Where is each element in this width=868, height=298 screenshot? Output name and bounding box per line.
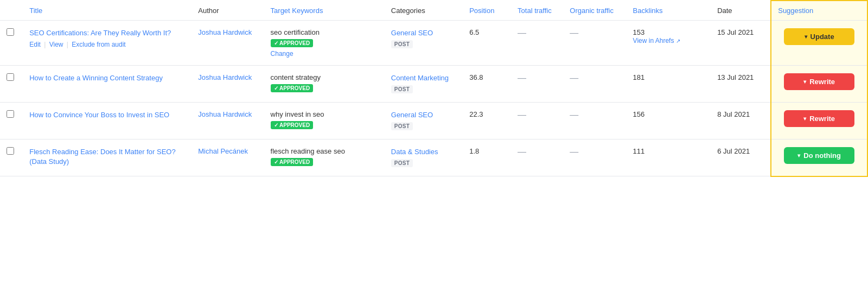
approved-badge: ✓ APPROVED: [271, 121, 314, 129]
title-link[interactable]: SEO Certifications: Are They Really Wort…: [29, 29, 171, 37]
date-header: Date: [711, 1, 771, 21]
backlinks-count: 156: [633, 110, 705, 118]
title-actions: Edit | View | Exclude from audit: [29, 40, 185, 49]
table-row: How to Create a Winning Content Strategy…: [0, 66, 867, 103]
external-link-icon: ↗: [676, 38, 680, 44]
suggestion-label: Rewrite: [809, 78, 835, 86]
title-link[interactable]: Flesch Reading Ease: Does It Matter for …: [29, 148, 176, 166]
category-link[interactable]: General SEO: [391, 111, 433, 119]
position-header[interactable]: Position: [463, 1, 511, 21]
category-link[interactable]: General SEO: [391, 29, 433, 37]
organic-traffic-value: —: [570, 28, 578, 37]
position-value: 6.5: [469, 28, 479, 36]
view-ahrefs-link[interactable]: View in Ahrefs ↗: [633, 37, 680, 45]
backlinks-count: 153: [633, 28, 705, 36]
total-traffic-value: —: [518, 147, 526, 156]
keyword-text: content strategy: [271, 73, 378, 81]
author-link[interactable]: Joshua Hardwick: [198, 28, 252, 36]
title-action-exclude-from-audit[interactable]: Exclude from audit: [72, 41, 125, 48]
suggestion-button[interactable]: ▾ Rewrite: [784, 73, 854, 90]
chevron-down-icon: ▾: [803, 79, 806, 85]
category-link[interactable]: Data & Studies: [391, 148, 438, 156]
author-header: Author: [192, 1, 264, 21]
row-checkbox[interactable]: [7, 110, 14, 118]
keyword-text: why invest in seo: [271, 110, 378, 118]
category-tag: POST: [391, 85, 413, 93]
keyword-text: seo certification: [271, 28, 378, 36]
total-traffic-value: —: [518, 73, 526, 83]
backlinks-count: 181: [633, 73, 705, 81]
total-traffic-value: —: [518, 110, 526, 119]
row-checkbox[interactable]: [7, 73, 14, 81]
category-tag: POST: [391, 122, 413, 130]
date-value: 8 Jul 2021: [717, 110, 750, 118]
approved-badge: ✓ APPROVED: [271, 84, 314, 92]
table-row: How to Convince Your Boss to Invest in S…: [0, 103, 867, 140]
chevron-down-icon: ▾: [797, 153, 800, 158]
chevron-down-icon: ▾: [803, 116, 806, 122]
categories-header: Categories: [385, 1, 463, 21]
suggestion-button[interactable]: ▾ Update: [784, 28, 854, 45]
title-action-edit[interactable]: Edit: [29, 41, 41, 48]
position-value: 22.3: [469, 110, 483, 118]
title-action-view[interactable]: View: [49, 41, 63, 48]
keywords-header[interactable]: Target Keywords: [264, 1, 385, 21]
change-link[interactable]: Change: [271, 50, 293, 58]
organic-traffic-value: —: [570, 110, 578, 119]
suggestion-label: Do nothing: [803, 151, 841, 160]
approved-badge: ✓ APPROVED: [271, 39, 314, 47]
date-value: 13 Jul 2021: [717, 73, 754, 81]
position-value: 1.8: [469, 147, 479, 155]
suggestion-label: Rewrite: [809, 115, 835, 123]
keyword-text: flesch reading ease seo: [271, 147, 378, 155]
table-row: Flesch Reading Ease: Does It Matter for …: [0, 140, 867, 176]
position-value: 36.8: [469, 73, 483, 81]
backlinks-header[interactable]: Backlinks: [627, 1, 711, 21]
row-checkbox[interactable]: [7, 28, 14, 36]
suggestion-label: Update: [810, 33, 834, 41]
row-checkbox[interactable]: [7, 147, 14, 155]
total-traffic-header[interactable]: Total traffic: [511, 1, 563, 21]
title-link[interactable]: How to Convince Your Boss to Invest in S…: [29, 111, 169, 119]
suggestion-button[interactable]: ▾ Rewrite: [784, 110, 854, 127]
total-traffic-value: —: [518, 28, 526, 37]
author-link[interactable]: Michal Pecánek: [198, 147, 248, 155]
suggestion-button[interactable]: ▾ Do nothing: [784, 147, 854, 164]
separator: |: [65, 41, 70, 48]
table-row: SEO Certifications: Are They Really Wort…: [0, 21, 867, 66]
approved-badge: ✓ APPROVED: [271, 158, 314, 166]
suggestion-header: Suggestion: [771, 1, 867, 21]
backlinks-count: 111: [633, 147, 705, 155]
organic-traffic-value: —: [570, 147, 578, 156]
title-link[interactable]: How to Create a Winning Content Strategy: [29, 74, 163, 82]
author-link[interactable]: Joshua Hardwick: [198, 110, 252, 118]
checkbox-header: [0, 1, 23, 21]
date-value: 15 Jul 2021: [717, 28, 754, 36]
organic-traffic-header[interactable]: Organic traffic: [563, 1, 626, 21]
category-tag: POST: [391, 40, 413, 48]
chevron-down-icon: ▾: [805, 34, 807, 40]
category-tag: POST: [391, 159, 413, 167]
author-link[interactable]: Joshua Hardwick: [198, 73, 252, 81]
organic-traffic-value: —: [570, 73, 578, 83]
date-value: 6 Jul 2021: [717, 147, 750, 155]
category-link[interactable]: Content Marketing: [391, 74, 449, 82]
title-header[interactable]: Title: [23, 1, 192, 21]
separator: |: [42, 41, 48, 48]
